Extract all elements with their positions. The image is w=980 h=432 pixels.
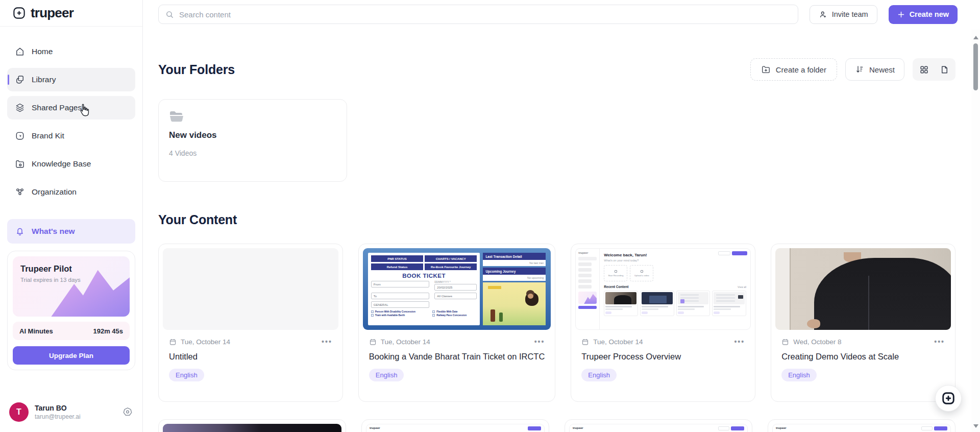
sidebar-item-label: Home xyxy=(32,47,53,56)
irctc-quota-field: GENERAL xyxy=(371,301,429,308)
irctc-nav-charts: CHARTS / VACANCY xyxy=(425,255,477,262)
language-badge: English xyxy=(581,369,617,381)
language-badge: English xyxy=(169,369,204,381)
content-cards-row-2: trupeer trupeer trupeer xyxy=(158,419,955,432)
whats-new-label: What's new xyxy=(32,227,75,236)
avatar: T xyxy=(9,402,29,422)
folder-icon xyxy=(169,110,336,123)
card-menu-ellipsis[interactable]: ••• xyxy=(322,338,332,346)
card-menu-ellipsis[interactable]: ••• xyxy=(734,338,745,346)
create-folder-button[interactable]: Create a folder xyxy=(750,58,837,81)
app-root: trupeer Home Library xyxy=(0,0,980,432)
mini-trupeer-logo: trupeer xyxy=(776,426,787,429)
main-area: Invite team Create new Your Folders xyxy=(143,0,980,432)
sidebar-item-knowledge-base[interactable]: Knowledge Base xyxy=(7,152,135,176)
content-card[interactable]: trupeer xyxy=(768,419,955,432)
mini-prompt-text: What's on your mind today? xyxy=(604,259,746,262)
create-folder-label: Create a folder xyxy=(776,65,826,74)
thumbnail-trupeer-page: trupeer xyxy=(569,424,748,432)
mini-action-upload: Upload a video xyxy=(634,274,649,277)
sidebar-item-brand-kit[interactable]: Brand Kit xyxy=(7,124,135,148)
irctc-last-transaction-bar: Last Transaction Detail xyxy=(483,253,546,260)
card-menu-ellipsis[interactable]: ••• xyxy=(934,338,945,346)
irctc-check1: Person With Disability Concession xyxy=(375,310,415,313)
document-view-button[interactable] xyxy=(935,60,953,79)
floating-create-button[interactable] xyxy=(935,385,962,412)
invite-team-button[interactable]: Invite team xyxy=(810,5,877,24)
irctc-date-field: 20/02/2025 xyxy=(434,284,477,291)
user-email: tarun@trupeer.ai xyxy=(35,413,81,420)
irctc-book-ticket-title: BOOK TICKET xyxy=(371,273,477,279)
sidebar-item-label: Organization xyxy=(32,187,77,197)
trial-plan-hero: Trupeer Pilot Trial expires in 13 days xyxy=(13,256,130,317)
shared-pages-icon xyxy=(15,103,25,113)
content-card[interactable]: trupeer xyxy=(361,419,549,432)
user-identity: Tarun BO tarun@trupeer.ai xyxy=(35,404,81,420)
card-date: Wed, October 8 xyxy=(793,338,841,346)
irctc-nav-refund: Refund Status xyxy=(371,263,423,270)
sidebar-item-label: Shared Pages xyxy=(32,103,82,112)
bell-icon xyxy=(15,226,25,236)
content-card[interactable]: trupeer Welcome back, Tarun! What's on y… xyxy=(571,244,755,402)
sidebar-item-library[interactable]: Library xyxy=(7,68,135,91)
calendar-icon xyxy=(169,338,177,346)
view-toggle xyxy=(913,58,955,81)
invite-team-label: Invite team xyxy=(832,10,868,18)
search-box[interactable] xyxy=(158,5,798,24)
ai-minutes-value: 192m 45s xyxy=(93,327,123,335)
thumbnail-blank xyxy=(163,248,338,330)
content-card[interactable]: Wed, October 8 ••• Creating Demo Videos … xyxy=(771,244,955,402)
calendar-icon xyxy=(581,338,589,346)
sidebar-item-home[interactable]: Home xyxy=(7,40,135,63)
library-icon xyxy=(15,75,25,85)
brand-logo[interactable]: trupeer xyxy=(0,0,142,27)
card-body: Tue, October 14 ••• Booking a Vande Bhar… xyxy=(363,330,551,381)
irctc-no-upcoming: No upcoming xyxy=(483,275,546,281)
mini-recent-heading: Recent Content xyxy=(604,285,628,289)
grid-view-button[interactable] xyxy=(915,60,933,79)
search-input[interactable] xyxy=(179,10,791,19)
irctc-nav-pnr: PNR STATUS xyxy=(371,255,423,262)
folders-heading: Your Folders xyxy=(158,62,235,77)
user-profile-row[interactable]: T Tarun BO tarun@trupeer.ai xyxy=(0,402,142,432)
sidebar-item-shared-pages[interactable]: Shared Pages xyxy=(7,96,135,119)
card-menu-ellipsis[interactable]: ••• xyxy=(534,338,545,346)
ai-minutes-row: AI Minutes 192m 45s xyxy=(13,322,130,340)
scrollbar-thumb[interactable] xyxy=(973,43,978,90)
sidebar: trupeer Home Library xyxy=(0,0,143,432)
sort-newest-label: Newest xyxy=(869,65,895,74)
content-card[interactable]: PNR STATUS CHARTS / VACANCY Refund Statu… xyxy=(358,244,556,402)
card-title: Booking a Vande Bharat Train Ticket on I… xyxy=(369,352,545,362)
sidebar-item-organization[interactable]: Organization xyxy=(7,180,135,204)
sidebar-item-label: Brand Kit xyxy=(32,131,64,140)
create-new-button[interactable]: Create new xyxy=(889,5,958,24)
plus-icon xyxy=(897,11,905,18)
content-card[interactable]: trupeer xyxy=(565,419,752,432)
card-title: Creating Demo Videos at Scale xyxy=(781,352,945,362)
card-title: Trupeer Process Overview xyxy=(581,352,745,362)
sidebar-item-label: Knowledge Base xyxy=(32,159,91,169)
card-body: Tue, October 14 ••• Untitled English xyxy=(163,330,338,381)
content-card[interactable]: Tue, October 14 ••• Untitled English xyxy=(158,244,343,402)
sort-newest-button[interactable]: Newest xyxy=(845,58,904,81)
card-title: Untitled xyxy=(169,352,332,362)
sort-descending-icon xyxy=(855,65,864,74)
brand-wordmark: trupeer xyxy=(31,5,74,21)
settings-gear-icon[interactable] xyxy=(122,406,133,418)
upgrade-plan-button[interactable]: Upgrade Plan xyxy=(13,346,130,365)
scrollbar-up-arrow[interactable] xyxy=(973,36,978,39)
scrollbar-down-arrow[interactable] xyxy=(973,424,978,428)
mini-view-all: View all xyxy=(738,285,746,289)
folder-card-new-videos[interactable]: New videos 4 Videos xyxy=(158,99,347,182)
trial-mountain-graphic xyxy=(48,268,130,317)
irctc-ad-banner xyxy=(483,282,546,325)
whats-new-button[interactable]: What's new xyxy=(7,219,135,244)
content-card[interactable] xyxy=(158,419,346,432)
irctc-upcoming-bar: Upcoming Journey xyxy=(483,268,546,275)
language-badge: English xyxy=(369,369,404,381)
irctc-nav-rebook: Re-Book Favourite Journey xyxy=(425,263,477,270)
content-section-header: Your Content xyxy=(158,212,955,227)
thumbnail-dark-video xyxy=(163,424,341,432)
organization-icon xyxy=(15,187,25,197)
sidebar-item-label: Library xyxy=(32,75,56,84)
